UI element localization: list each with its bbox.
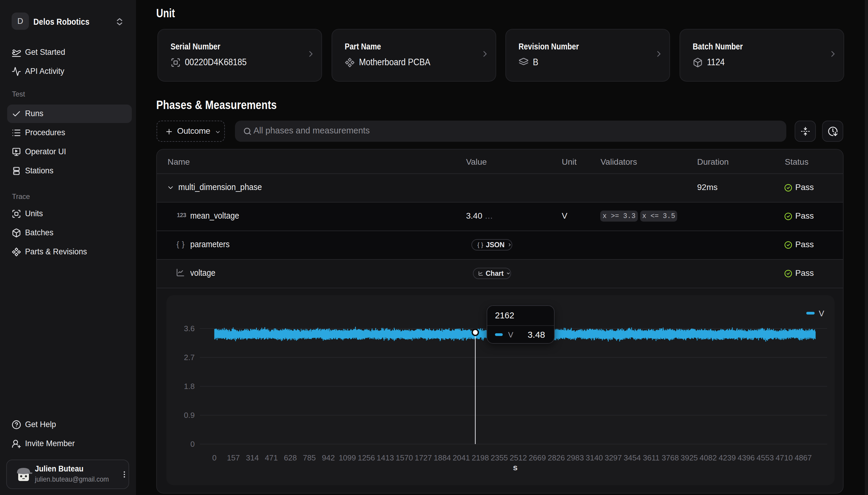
- svg-text:2826: 2826: [548, 453, 565, 462]
- svg-text:3297: 3297: [605, 453, 622, 462]
- svg-text:3454: 3454: [623, 453, 641, 462]
- svg-text:s: s: [513, 463, 518, 472]
- svg-text:4082: 4082: [700, 453, 717, 462]
- svg-text:1884: 1884: [433, 453, 451, 462]
- svg-text:4867: 4867: [795, 453, 812, 462]
- svg-text:3925: 3925: [681, 453, 698, 462]
- svg-text:942: 942: [322, 453, 335, 462]
- svg-text:3140: 3140: [586, 453, 603, 462]
- svg-text:2512: 2512: [510, 453, 527, 462]
- svg-text:4239: 4239: [719, 453, 736, 462]
- svg-text:1570: 1570: [396, 453, 413, 462]
- svg-text:3768: 3768: [662, 453, 679, 462]
- svg-text:0: 0: [191, 440, 195, 448]
- svg-text:628: 628: [284, 453, 297, 462]
- svg-text:2.7: 2.7: [184, 353, 195, 362]
- svg-text:2983: 2983: [567, 453, 584, 462]
- svg-text:4553: 4553: [756, 453, 774, 462]
- svg-text:2198: 2198: [472, 453, 489, 462]
- svg-text:1256: 1256: [358, 453, 375, 462]
- svg-text:1413: 1413: [377, 453, 394, 462]
- svg-text:4396: 4396: [737, 453, 755, 462]
- svg-text:157: 157: [227, 453, 240, 462]
- svg-text:2355: 2355: [491, 453, 508, 462]
- svg-text:314: 314: [246, 453, 259, 462]
- svg-text:4710: 4710: [775, 453, 793, 462]
- svg-text:1.8: 1.8: [184, 382, 195, 391]
- svg-text:1727: 1727: [415, 453, 432, 462]
- svg-text:V: V: [819, 309, 824, 318]
- svg-text:2041: 2041: [453, 453, 470, 462]
- svg-text:2669: 2669: [529, 453, 546, 462]
- svg-text:3611: 3611: [643, 453, 659, 462]
- svg-text:0.9: 0.9: [184, 411, 195, 420]
- svg-text:1099: 1099: [339, 453, 356, 462]
- svg-text:471: 471: [265, 453, 278, 462]
- svg-text:785: 785: [303, 453, 316, 462]
- svg-text:3.6: 3.6: [184, 324, 195, 333]
- svg-text:0: 0: [212, 453, 216, 462]
